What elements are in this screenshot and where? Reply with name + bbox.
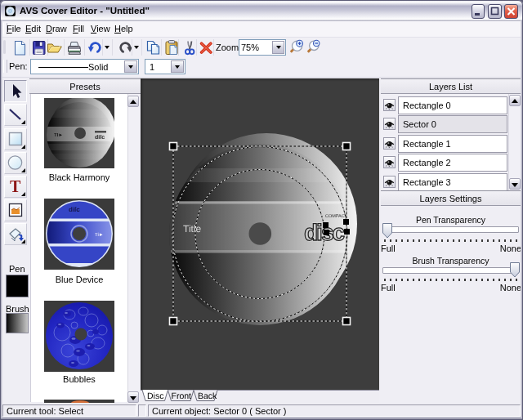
svg-text:Back: Back <box>198 391 217 401</box>
svg-text:TI►: TI► <box>54 132 63 138</box>
svg-text:diſc: diſc <box>95 134 105 141</box>
svg-text:diſc: diſc <box>69 206 80 213</box>
svg-text:Title: Title <box>183 223 202 235</box>
svg-text:Front: Front <box>172 391 192 401</box>
svg-text:Disc: Disc <box>147 391 163 401</box>
svg-text:Ti►: Ti► <box>95 232 104 238</box>
svg-text:COMPACT: COMPACT <box>325 214 348 219</box>
